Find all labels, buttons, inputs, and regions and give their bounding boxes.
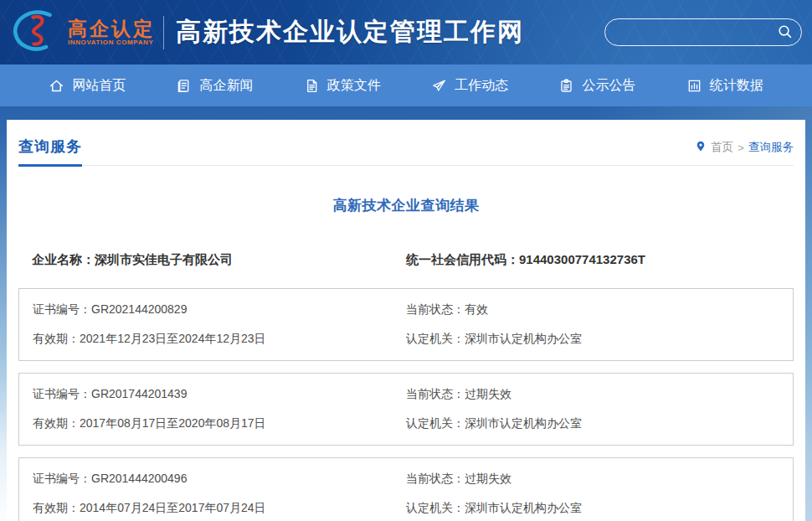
nav-item-label: 公示公告 (582, 77, 635, 95)
chart-icon (686, 78, 702, 94)
nav-item-label: 统计数据 (710, 77, 763, 95)
news-icon (176, 78, 192, 94)
cert-status: 当前状态：过期失效 (406, 471, 793, 486)
breadcrumb-current[interactable]: 查询服务 (748, 140, 794, 155)
cert-status: 当前状态：过期失效 (406, 386, 793, 401)
cert-number: 证书编号：GR201444200496 (33, 471, 406, 486)
cert-validity: 有效期：2017年08月17日至2020年08月17日 (33, 415, 406, 431)
nav-item-label: 网站首页 (72, 77, 126, 95)
breadcrumb-separator: > (737, 142, 744, 154)
nav-item-statistics[interactable]: 统计数据 (686, 77, 763, 95)
status-value: 过期失效 (465, 472, 511, 485)
policy-icon (304, 78, 320, 94)
announcement-icon (558, 78, 574, 94)
logo-link[interactable]: 高企认定 INNOVATION COMPANY (10, 8, 155, 58)
nav-item-policy[interactable]: 政策文件 (304, 77, 381, 95)
nav-item-news[interactable]: 高企新闻 (176, 77, 253, 95)
home-icon (49, 78, 64, 94)
site-title: 高新技术企业认定管理工作网 (176, 15, 524, 49)
cert-authority: 认定机关：深圳市认定机构办公室 (406, 500, 793, 515)
result-title: 高新技术企业查询结果 (7, 196, 805, 215)
paper-plane-icon (431, 78, 447, 94)
site-header: 高企认定 INNOVATION COMPANY 高新技术企业认定管理工作网 (0, 0, 812, 64)
search-icon (777, 23, 793, 42)
nav-item-label: 政策文件 (327, 77, 381, 95)
logo-mark-icon (10, 8, 64, 58)
location-pin-icon (695, 140, 707, 155)
breadcrumb-home-link[interactable]: 首页 (711, 140, 733, 155)
certificate-card: 证书编号：GR201444200496 当前状态：过期失效 有效期：2014年0… (18, 457, 794, 521)
certificate-card: 证书编号：GR202144200829 当前状态：有效 有效期：2021年12月… (18, 288, 794, 361)
search-input[interactable] (605, 26, 775, 39)
cert-validity: 有效期：2014年07月24日至2017年07月24日 (33, 500, 406, 515)
company-name: 企业名称：深圳市实佳电子有限公司 (32, 252, 406, 268)
search-box (604, 18, 802, 46)
content-container: 查询服务 首页 > 查询服务 高新技术企业查询结果 企业名称：深圳市实佳电子有限… (7, 120, 805, 521)
certificate-list: 证书编号：GR202144200829 当前状态：有效 有效期：2021年12月… (18, 288, 794, 521)
cert-validity: 有效期：2021年12月23日至2024年12月23日 (33, 331, 406, 346)
header-divider (163, 16, 164, 49)
nav-item-announcements[interactable]: 公示公告 (558, 77, 635, 95)
status-value: 有效 (465, 302, 488, 316)
main-navigation: 网站首页 高企新闻 政策文件 工作动态 (0, 64, 812, 106)
nav-item-home[interactable]: 网站首页 (49, 77, 126, 95)
search-button[interactable] (775, 23, 801, 42)
nav-item-updates[interactable]: 工作动态 (431, 77, 508, 95)
cert-authority: 认定机关：深圳市认定机构办公室 (406, 415, 793, 431)
page-title: 查询服务 (18, 137, 82, 167)
logo-title: 高企认定 (68, 18, 155, 39)
section-head: 查询服务 首页 > 查询服务 (18, 120, 794, 166)
cert-authority: 认定机关：深圳市认定机构办公室 (406, 331, 793, 346)
breadcrumb: 首页 > 查询服务 (695, 140, 794, 165)
nav-item-label: 工作动态 (455, 77, 508, 95)
cert-number: 证书编号：GR202144200829 (33, 302, 406, 317)
cert-number: 证书编号：GR201744201439 (33, 386, 406, 401)
nav-item-label: 高企新闻 (199, 77, 253, 95)
status-value: 过期失效 (465, 387, 511, 400)
credit-code: 统一社会信用代码：91440300774132736T (406, 252, 794, 268)
company-info-row: 企业名称：深圳市实佳电子有限公司 统一社会信用代码：91440300774132… (18, 252, 794, 268)
certificate-card: 证书编号：GR201744201439 当前状态：过期失效 有效期：2017年0… (18, 373, 794, 446)
cert-status: 当前状态：有效 (406, 302, 793, 317)
logo-subtitle: INNOVATION COMPANY (68, 39, 155, 46)
